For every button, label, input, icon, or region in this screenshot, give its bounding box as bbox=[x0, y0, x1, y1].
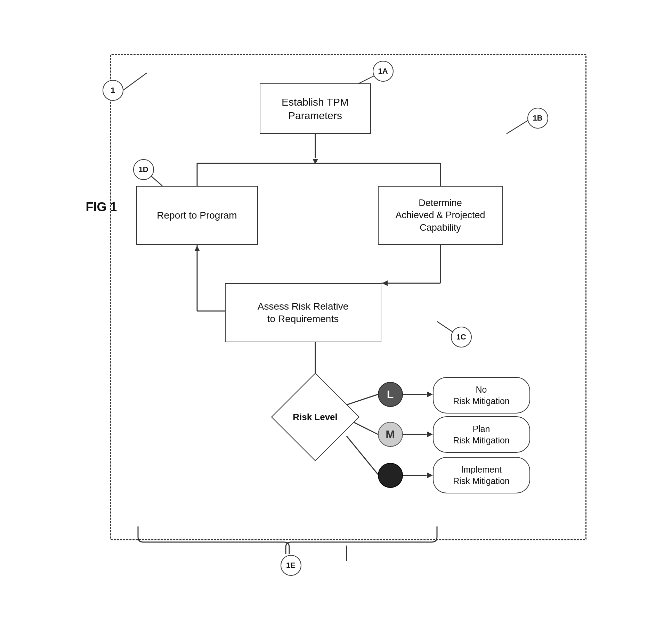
plan-risk-mitigation-box: PlanRisk Mitigation bbox=[433, 416, 530, 453]
determine-capability-box: DetermineAchieved & ProjectedCapability bbox=[378, 186, 503, 245]
implement-risk-mitigation-box: ImplementRisk Mitigation bbox=[433, 457, 530, 493]
fig-label: FIG 1 bbox=[86, 200, 117, 214]
bottom-brace bbox=[131, 523, 444, 558]
circle-1D: 1D bbox=[133, 159, 154, 180]
risk-level-low-circle: L bbox=[378, 382, 403, 407]
risk-level-medium-circle: M bbox=[378, 422, 403, 447]
page: FIG 1 1 1A 1B 1C 1D Establish TPMParamet… bbox=[0, 0, 672, 622]
circle-main: 1 bbox=[103, 80, 123, 101]
no-risk-mitigation-box: NoRisk Mitigation bbox=[433, 377, 530, 414]
risk-level-diamond: Risk Level bbox=[284, 386, 347, 448]
establish-tpm-box: Establish TPMParameters bbox=[260, 83, 371, 134]
assess-risk-box: Assess Risk Relativeto Requirements bbox=[225, 283, 381, 342]
circle-1B: 1B bbox=[527, 108, 548, 129]
circle-1E: 1E bbox=[281, 555, 301, 576]
risk-level-high-circle bbox=[378, 463, 403, 488]
circle-1A: 1A bbox=[373, 61, 394, 82]
circle-1C: 1C bbox=[451, 327, 472, 347]
report-to-program-box: Report to Program bbox=[136, 186, 258, 245]
diagram-container: FIG 1 1 1A 1B 1C 1D Establish TPMParamet… bbox=[75, 33, 597, 589]
